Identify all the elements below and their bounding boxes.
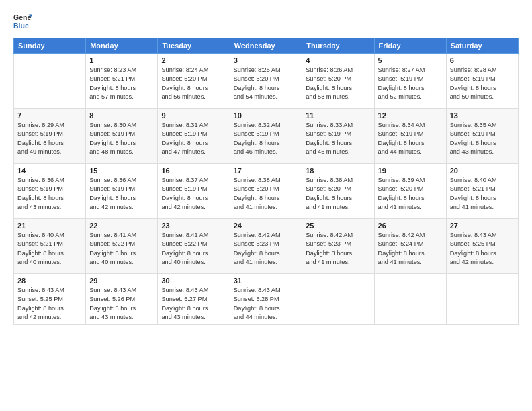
day-number: 25: [306, 222, 370, 230]
day-number: 16: [161, 167, 226, 175]
day-number: 31: [234, 277, 299, 285]
calendar-cell: 24Sunrise: 8:42 AMSunset: 5:23 PMDayligh…: [230, 219, 302, 274]
weekday-saturday: Saturday: [446, 38, 518, 54]
day-number: 30: [161, 277, 226, 285]
day-info: Sunrise: 8:41 AMSunset: 5:22 PMDaylight:…: [89, 231, 154, 267]
day-number: 11: [306, 111, 370, 120]
calendar-cell: 5Sunrise: 8:27 AMSunset: 5:19 PMDaylight…: [374, 54, 446, 109]
day-number: 10: [234, 111, 299, 120]
day-info: Sunrise: 8:36 AMSunset: 5:19 PMDaylight:…: [17, 176, 82, 212]
calendar-cell: [14, 54, 86, 109]
calendar-cell: 25Sunrise: 8:42 AMSunset: 5:23 PMDayligh…: [302, 219, 374, 274]
calendar-cell: 3Sunrise: 8:25 AMSunset: 5:20 PMDaylight…: [230, 54, 302, 109]
weekday-header-row: SundayMondayTuesdayWednesdayThursdayFrid…: [14, 38, 519, 54]
calendar-cell: 23Sunrise: 8:41 AMSunset: 5:22 PMDayligh…: [158, 219, 230, 274]
day-number: 14: [17, 167, 82, 175]
day-number: 26: [378, 222, 443, 230]
svg-text:Blue: Blue: [13, 21, 29, 30]
weekday-wednesday: Wednesday: [230, 38, 302, 54]
day-number: 13: [450, 111, 515, 120]
weekday-sunday: Sunday: [14, 38, 86, 54]
day-number: 20: [450, 167, 515, 175]
day-info: Sunrise: 8:43 AMSunset: 5:27 PMDaylight:…: [161, 286, 226, 322]
week-row-1: 1Sunrise: 8:23 AMSunset: 5:21 PMDaylight…: [14, 54, 519, 109]
weekday-tuesday: Tuesday: [158, 38, 230, 54]
day-info: Sunrise: 8:37 AMSunset: 5:19 PMDaylight:…: [161, 176, 226, 212]
calendar-cell: 15Sunrise: 8:36 AMSunset: 5:19 PMDayligh…: [86, 164, 158, 219]
week-row-4: 21Sunrise: 8:40 AMSunset: 5:21 PMDayligh…: [14, 219, 519, 274]
calendar-cell: 12Sunrise: 8:34 AMSunset: 5:19 PMDayligh…: [374, 109, 446, 164]
day-info: Sunrise: 8:33 AMSunset: 5:19 PMDaylight:…: [306, 121, 370, 156]
day-number: 7: [17, 111, 82, 120]
day-number: 12: [378, 111, 443, 120]
weekday-friday: Friday: [374, 38, 446, 54]
calendar-cell: 10Sunrise: 8:32 AMSunset: 5:19 PMDayligh…: [230, 109, 302, 164]
day-number: 19: [378, 167, 443, 175]
day-number: 9: [161, 111, 226, 120]
calendar-cell: 18Sunrise: 8:38 AMSunset: 5:20 PMDayligh…: [302, 164, 374, 219]
day-info: Sunrise: 8:28 AMSunset: 5:19 PMDaylight:…: [450, 66, 515, 101]
day-info: Sunrise: 8:24 AMSunset: 5:20 PMDaylight:…: [161, 66, 226, 101]
calendar-cell: 13Sunrise: 8:35 AMSunset: 5:19 PMDayligh…: [446, 109, 518, 164]
day-info: Sunrise: 8:35 AMSunset: 5:19 PMDaylight:…: [450, 121, 515, 156]
day-info: Sunrise: 8:23 AMSunset: 5:21 PMDaylight:…: [89, 66, 154, 101]
day-info: Sunrise: 8:38 AMSunset: 5:20 PMDaylight:…: [234, 176, 299, 212]
week-row-2: 7Sunrise: 8:29 AMSunset: 5:19 PMDaylight…: [14, 109, 519, 164]
day-info: Sunrise: 8:31 AMSunset: 5:19 PMDaylight:…: [161, 121, 226, 156]
day-info: Sunrise: 8:42 AMSunset: 5:24 PMDaylight:…: [378, 231, 443, 267]
day-info: Sunrise: 8:43 AMSunset: 5:28 PMDaylight:…: [234, 286, 299, 322]
weekday-thursday: Thursday: [302, 38, 374, 54]
day-info: Sunrise: 8:32 AMSunset: 5:19 PMDaylight:…: [234, 121, 299, 156]
calendar-cell: 11Sunrise: 8:33 AMSunset: 5:19 PMDayligh…: [302, 109, 374, 164]
calendar-cell: 4Sunrise: 8:26 AMSunset: 5:20 PMDaylight…: [302, 54, 374, 109]
calendar-cell: 31Sunrise: 8:43 AMSunset: 5:28 PMDayligh…: [230, 274, 302, 325]
day-number: 18: [306, 167, 370, 175]
day-info: Sunrise: 8:30 AMSunset: 5:19 PMDaylight:…: [89, 121, 154, 156]
calendar-cell: 29Sunrise: 8:43 AMSunset: 5:26 PMDayligh…: [86, 274, 158, 325]
day-number: 3: [234, 56, 299, 64]
weekday-monday: Monday: [86, 38, 158, 54]
day-number: 6: [450, 56, 515, 64]
calendar-cell: 6Sunrise: 8:28 AMSunset: 5:19 PMDaylight…: [446, 54, 518, 109]
week-row-5: 28Sunrise: 8:43 AMSunset: 5:25 PMDayligh…: [14, 274, 519, 325]
day-info: Sunrise: 8:43 AMSunset: 5:25 PMDaylight:…: [450, 231, 515, 267]
calendar-cell: 1Sunrise: 8:23 AMSunset: 5:21 PMDaylight…: [86, 54, 158, 109]
calendar-cell: [374, 274, 446, 325]
calendar-cell: 22Sunrise: 8:41 AMSunset: 5:22 PMDayligh…: [86, 219, 158, 274]
calendar-cell: 26Sunrise: 8:42 AMSunset: 5:24 PMDayligh…: [374, 219, 446, 274]
calendar-cell: 20Sunrise: 8:40 AMSunset: 5:21 PMDayligh…: [446, 164, 518, 219]
day-number: 4: [306, 56, 370, 64]
calendar-cell: 9Sunrise: 8:31 AMSunset: 5:19 PMDaylight…: [158, 109, 230, 164]
day-number: 21: [17, 222, 82, 230]
day-info: Sunrise: 8:27 AMSunset: 5:19 PMDaylight:…: [378, 66, 443, 101]
day-info: Sunrise: 8:41 AMSunset: 5:22 PMDaylight:…: [161, 231, 226, 267]
day-number: 17: [234, 167, 299, 175]
day-info: Sunrise: 8:39 AMSunset: 5:20 PMDaylight:…: [378, 176, 443, 212]
day-number: 28: [17, 277, 82, 285]
day-info: Sunrise: 8:43 AMSunset: 5:25 PMDaylight:…: [17, 286, 82, 322]
day-number: 27: [450, 222, 515, 230]
day-number: 15: [89, 167, 154, 175]
day-number: 29: [89, 277, 154, 285]
day-info: Sunrise: 8:38 AMSunset: 5:20 PMDaylight:…: [306, 176, 370, 212]
day-number: 5: [378, 56, 443, 64]
day-info: Sunrise: 8:43 AMSunset: 5:26 PMDaylight:…: [89, 286, 154, 322]
calendar-cell: [446, 274, 518, 325]
day-number: 24: [234, 222, 299, 230]
page: General Blue SundayMondayTuesdayWednesda…: [0, 0, 532, 411]
logo: General Blue: [13, 12, 32, 31]
calendar: SundayMondayTuesdayWednesdayThursdayFrid…: [13, 38, 519, 325]
calendar-cell: 17Sunrise: 8:38 AMSunset: 5:20 PMDayligh…: [230, 164, 302, 219]
calendar-cell: 30Sunrise: 8:43 AMSunset: 5:27 PMDayligh…: [158, 274, 230, 325]
day-number: 2: [161, 56, 226, 64]
calendar-cell: 7Sunrise: 8:29 AMSunset: 5:19 PMDaylight…: [14, 109, 86, 164]
calendar-cell: 27Sunrise: 8:43 AMSunset: 5:25 PMDayligh…: [446, 219, 518, 274]
calendar-cell: 2Sunrise: 8:24 AMSunset: 5:20 PMDaylight…: [158, 54, 230, 109]
calendar-cell: 28Sunrise: 8:43 AMSunset: 5:25 PMDayligh…: [14, 274, 86, 325]
logo-icon: General Blue: [13, 12, 32, 31]
day-info: Sunrise: 8:40 AMSunset: 5:21 PMDaylight:…: [17, 231, 82, 267]
day-number: 8: [89, 111, 154, 120]
day-number: 23: [161, 222, 226, 230]
day-info: Sunrise: 8:42 AMSunset: 5:23 PMDaylight:…: [234, 231, 299, 267]
calendar-cell: 16Sunrise: 8:37 AMSunset: 5:19 PMDayligh…: [158, 164, 230, 219]
